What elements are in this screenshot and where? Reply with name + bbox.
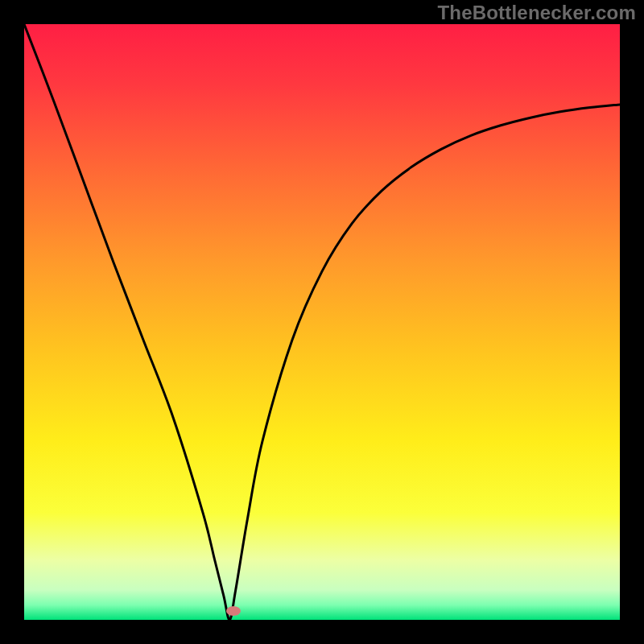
curve-layer — [24, 24, 620, 620]
plot-area — [24, 24, 620, 620]
optimum-marker — [226, 606, 241, 616]
chart-frame: TheBottlenecker.com — [0, 0, 644, 644]
watermark-text: TheBottlenecker.com — [437, 2, 636, 24]
bottleneck-curve — [24, 24, 620, 620]
